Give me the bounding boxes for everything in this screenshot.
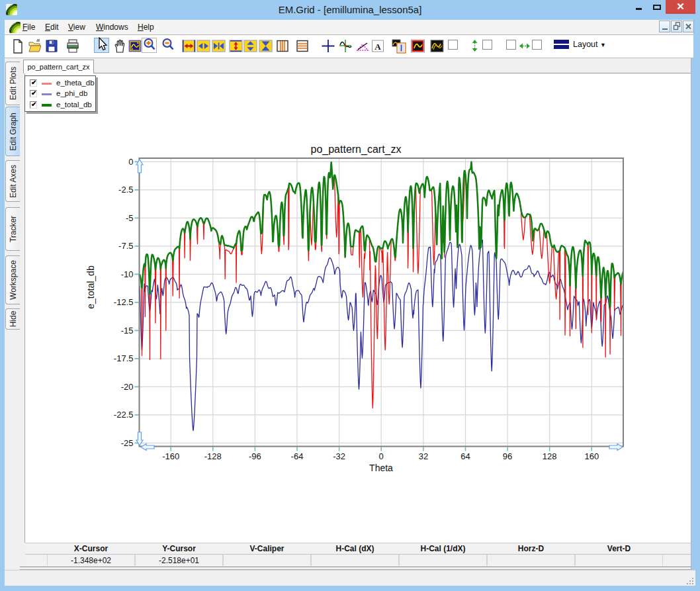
svg-text:0: 0 <box>128 157 133 167</box>
svg-text:-32: -32 <box>333 451 345 461</box>
svg-text:96: 96 <box>503 451 512 461</box>
svg-text:-96: -96 <box>249 451 261 461</box>
svg-text:32: 32 <box>419 451 428 461</box>
svg-text:-64: -64 <box>291 451 304 461</box>
svg-text:-5: -5 <box>126 213 134 223</box>
svg-text:-10: -10 <box>121 269 134 279</box>
svg-text:-15: -15 <box>121 326 134 336</box>
svg-text:0: 0 <box>379 451 384 461</box>
svg-text:160: 160 <box>584 451 599 461</box>
svg-text:-17.5: -17.5 <box>114 353 134 363</box>
svg-text:128: 128 <box>543 451 557 461</box>
svg-text:-2.5: -2.5 <box>118 185 133 195</box>
svg-text:po_pattern_cart_zx: po_pattern_cart_zx <box>311 144 402 156</box>
svg-text:Theta: Theta <box>369 463 393 473</box>
svg-text:-128: -128 <box>204 451 222 461</box>
svg-text:A: A <box>374 42 381 52</box>
svg-text:-160: -160 <box>162 451 179 461</box>
svg-text:-22.5: -22.5 <box>114 410 134 420</box>
svg-text:-7.5: -7.5 <box>118 241 133 251</box>
svg-text:-25: -25 <box>121 438 134 448</box>
svg-text:e_total_db: e_total_db <box>85 265 96 309</box>
svg-text:64: 64 <box>460 451 470 461</box>
svg-text:-12.5: -12.5 <box>114 297 134 307</box>
svg-text:-20: -20 <box>121 382 134 392</box>
